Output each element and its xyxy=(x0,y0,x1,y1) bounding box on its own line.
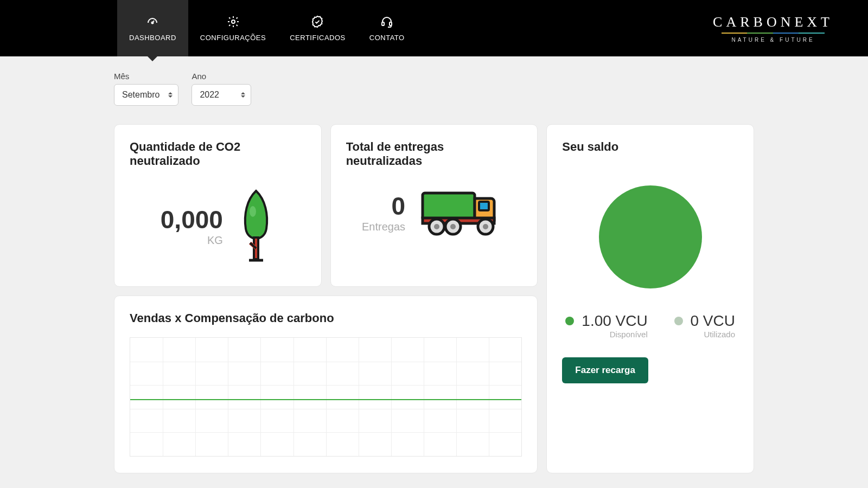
brand-name: CARBONEXT xyxy=(713,14,833,30)
nav-item-dashboard[interactable]: DASHBOARD xyxy=(117,0,188,56)
card-entregas: Total de entregas neutralizadas 0 Entreg… xyxy=(330,124,538,287)
svg-rect-3 xyxy=(390,22,392,25)
card-saldo-title: Seu saldo xyxy=(562,140,738,154)
chevron-updown-icon xyxy=(168,92,173,98)
gear-icon xyxy=(227,15,240,28)
year-select-value: 2022 xyxy=(200,90,219,100)
nav-label: CONFIGURAÇÕES xyxy=(200,34,266,42)
svg-rect-7 xyxy=(423,193,475,220)
truck-icon xyxy=(419,188,506,239)
available-value: 1.00 VCU xyxy=(582,312,647,330)
chevron-updown-icon xyxy=(241,92,245,98)
dot-icon xyxy=(565,317,574,325)
headset-icon xyxy=(380,15,393,28)
nav: DASHBOARD CONFIGURAÇÕES CERTIFICADOS CON… xyxy=(117,0,417,56)
svg-rect-2 xyxy=(382,22,384,25)
chart-area xyxy=(130,337,522,457)
nav-label: DASHBOARD xyxy=(129,34,176,42)
filter-year-label: Ano xyxy=(192,72,251,81)
gauge-icon xyxy=(146,15,159,28)
co2-value: 0,000 xyxy=(161,207,223,232)
dot-icon xyxy=(674,317,683,325)
filter-month-label: Mês xyxy=(114,72,178,81)
card-co2-title: Quantidade de CO2 neutralizado xyxy=(130,140,306,168)
month-select-value: Setembro xyxy=(122,90,159,100)
filter-month: Mês Setembro xyxy=(114,72,178,106)
card-chart: Vendas x Compensação de carbono xyxy=(114,296,538,473)
month-select[interactable]: Setembro xyxy=(114,84,178,106)
filter-year: Ano 2022 xyxy=(192,72,251,106)
nav-item-configuracoes[interactable]: CONFIGURAÇÕES xyxy=(188,0,278,56)
card-grid: Quantidade de CO2 neutralizado 0,000 KG xyxy=(114,124,754,473)
brand: CARBONEXT NATURE & FUTURE xyxy=(713,0,833,56)
saldo-pie-chart xyxy=(599,185,702,288)
nav-label: CONTATO xyxy=(369,34,405,42)
svg-rect-8 xyxy=(479,202,489,210)
check-badge-icon xyxy=(311,15,324,28)
card-entregas-title: Total de entregas neutralizadas xyxy=(346,140,522,168)
nav-item-certificados[interactable]: CERTIFICADOS xyxy=(278,0,358,56)
entregas-unit: Entregas xyxy=(362,221,405,233)
used-label: Utilizado xyxy=(691,330,735,339)
brand-tagline: NATURE & FUTURE xyxy=(731,37,814,43)
brand-underline xyxy=(722,33,825,34)
saldo-legend: 1.00 VCU Disponível 0 VCU Utilizado xyxy=(562,312,738,339)
svg-point-4 xyxy=(250,206,256,217)
available-label: Disponível xyxy=(582,330,647,339)
page: Mês Setembro Ano 2022 Quantidade de CO2 … xyxy=(114,56,754,488)
legend-used: 0 VCU Utilizado xyxy=(674,312,735,339)
entregas-value: 0 xyxy=(362,194,405,219)
co2-unit: KG xyxy=(161,234,223,247)
year-select[interactable]: 2022 xyxy=(192,84,251,106)
recharge-button[interactable]: Fazer recarga xyxy=(562,357,648,383)
filters: Mês Setembro Ano 2022 xyxy=(114,72,754,106)
card-co2: Quantidade de CO2 neutralizado 0,000 KG xyxy=(114,124,322,287)
svg-point-13 xyxy=(450,224,456,229)
nav-label: CERTIFICADOS xyxy=(290,34,346,42)
card-saldo: Seu saldo 1.00 VCU Disponível 0 VCU Util… xyxy=(546,124,754,473)
nav-item-contato[interactable]: CONTATO xyxy=(358,0,417,56)
tree-icon xyxy=(237,188,275,266)
svg-point-11 xyxy=(434,224,439,229)
used-value: 0 VCU xyxy=(691,312,735,330)
legend-available: 1.00 VCU Disponível xyxy=(565,312,647,339)
card-chart-title: Vendas x Compensação de carbono xyxy=(130,311,522,325)
svg-point-15 xyxy=(483,224,488,229)
topbar: DASHBOARD CONFIGURAÇÕES CERTIFICADOS CON… xyxy=(0,0,868,56)
svg-point-1 xyxy=(232,20,235,23)
